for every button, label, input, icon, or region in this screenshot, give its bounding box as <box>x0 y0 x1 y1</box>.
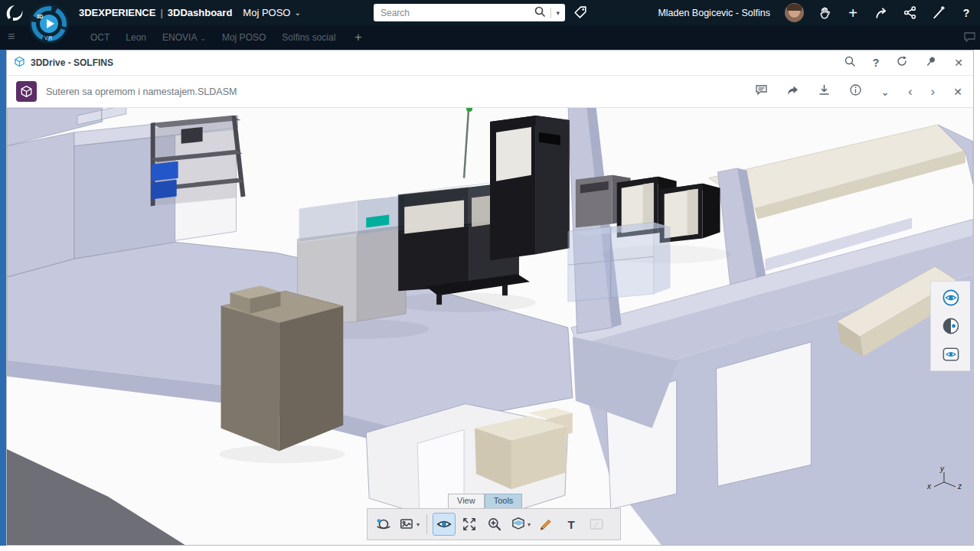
show-eye-button[interactable] <box>937 287 965 308</box>
document-name[interactable]: Suteren sa opremom i namestajem.SLDASM <box>46 86 237 97</box>
text-button[interactable]: T <box>560 513 583 536</box>
search-caret-icon[interactable]: ▾ <box>556 9 560 17</box>
wand-icon[interactable] <box>930 5 946 21</box>
3d-viewport[interactable]: View Tools ▾ <box>7 108 973 545</box>
axis-y-label: y <box>939 465 945 473</box>
hand-icon[interactable] <box>817 5 832 21</box>
screenshot-caret-icon: ▾ <box>416 521 420 528</box>
search-icon[interactable] <box>534 5 546 21</box>
next-icon[interactable]: › <box>931 85 936 98</box>
fit-all-button[interactable] <box>458 513 481 536</box>
dashboard-context[interactable]: Moj POSO <box>243 7 290 18</box>
search-divider <box>550 8 551 18</box>
context-caret-icon[interactable]: ⌄ <box>294 8 300 17</box>
comment-icon[interactable] <box>755 83 768 99</box>
compass-3d-label: 3D <box>37 14 44 19</box>
axis-x-label: x <box>926 482 932 490</box>
add-tab-button[interactable]: + <box>351 31 361 44</box>
window-title: 3DDrive - SOLFINS <box>31 57 113 68</box>
text-tool-icon: T <box>567 518 574 531</box>
turntable-button[interactable] <box>372 513 395 536</box>
3d-scene[interactable] <box>7 108 973 545</box>
tab-view[interactable]: View <box>448 494 485 508</box>
3ddrive-window: 3DDrive - SOLFINS ? ✕ <box>6 50 974 546</box>
tab-moj-poso[interactable]: Moj POSO <box>222 32 282 43</box>
widget-help-icon[interactable]: ? <box>873 57 880 68</box>
tab-enovia-caret-icon: ⌄ <box>200 34 206 42</box>
axis-triad: x y z <box>925 465 963 493</box>
forward-share-icon[interactable] <box>786 83 799 99</box>
widget-close-icon[interactable]: ✕ <box>954 57 963 68</box>
3dexperience-compass-icon[interactable]: 3D V,R <box>28 3 70 47</box>
user-name[interactable]: Mladen Bogicevic - Solfins <box>658 8 770 18</box>
show-hide-button[interactable] <box>433 513 456 536</box>
section-caret-icon: ▾ <box>528 521 531 528</box>
more-caret-icon[interactable]: ⌄ <box>880 86 890 97</box>
chat-bubble-icon[interactable] <box>963 31 976 46</box>
info-icon[interactable] <box>849 83 862 99</box>
view-tools-toolbar: View Tools ▾ <box>367 494 621 540</box>
toolbar-divider <box>426 514 427 534</box>
tab-enovia[interactable]: ENOVIA⌄ <box>162 32 222 43</box>
share-arrow-icon[interactable] <box>874 5 889 21</box>
assembly-file-icon[interactable] <box>16 81 37 102</box>
hide-eye-button[interactable] <box>937 315 965 337</box>
visibility-panel <box>930 281 970 371</box>
tab-leon[interactable]: Leon <box>126 32 162 43</box>
axis-z-label: z <box>957 482 962 490</box>
measure-button[interactable] <box>534 513 557 536</box>
title-separator: | <box>160 7 162 18</box>
widget-search-icon[interactable] <box>844 55 856 70</box>
zoom-area-button[interactable] <box>483 513 506 536</box>
prev-icon[interactable]: ‹ <box>908 85 913 98</box>
widget-pin-icon[interactable] <box>925 55 937 70</box>
3ds-logo-icon <box>2 2 25 27</box>
hamburger-icon[interactable]: ≡ <box>8 30 15 44</box>
tab-solfins-social[interactable]: Solfins social <box>282 32 351 43</box>
window-edge-strip[interactable] <box>0 50 6 546</box>
tab-oct[interactable]: OCT <box>90 32 126 43</box>
app-title: 3DEXPERIENCE | 3DDashboard Moj POSO ⌄ <box>79 0 301 25</box>
window-title-bar[interactable]: 3DDrive - SOLFINS ? ✕ <box>7 51 973 76</box>
help-icon[interactable]: ? <box>959 5 974 21</box>
top-bar: 3D V,R 3DEXPERIENCE | 3DDashboard Moj PO… <box>0 0 980 25</box>
brand-label: 3DEXPERIENCE <box>79 7 155 18</box>
avatar-hair <box>787 4 802 11</box>
widget-refresh-icon[interactable] <box>896 55 908 70</box>
tag-icon[interactable] <box>573 5 587 22</box>
search-box[interactable]: ▾ <box>374 4 565 21</box>
drawing-button[interactable] <box>585 513 608 536</box>
user-avatar[interactable] <box>785 3 804 22</box>
app-label: 3DDashboard <box>168 7 233 18</box>
screenshot-button[interactable]: ▾ <box>397 513 421 536</box>
compass-vr-label: V,R <box>44 35 53 41</box>
section-button[interactable]: ▾ <box>508 513 532 536</box>
tab-tools[interactable]: Tools <box>485 494 523 508</box>
download-icon[interactable] <box>818 83 831 99</box>
search-input[interactable] <box>379 7 534 19</box>
document-toolbar: Suteren sa opremom i namestajem.SLDASM <box>7 76 973 108</box>
document-close-icon[interactable]: ✕ <box>953 86 962 97</box>
share-network-icon[interactable] <box>902 5 917 21</box>
show-all-eye-button[interactable] <box>937 344 965 365</box>
add-icon[interactable]: + <box>845 5 861 21</box>
3ddrive-app-icon <box>14 56 25 70</box>
dashboard-tab-bar: ≡ OCT Leon ENOVIA⌄ Moj POSO Solfins soci… <box>0 25 980 50</box>
